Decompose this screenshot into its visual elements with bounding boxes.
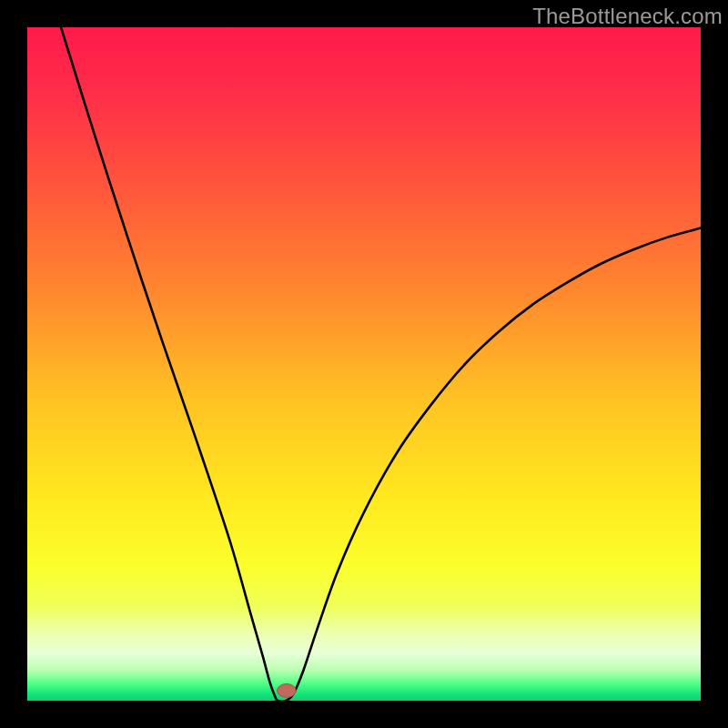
gradient-background: [27, 27, 701, 701]
bottleneck-chart: [27, 27, 701, 701]
optimum-marker: [278, 684, 297, 698]
watermark-text: TheBottleneck.com: [532, 4, 723, 29]
chart-frame: [27, 27, 701, 701]
